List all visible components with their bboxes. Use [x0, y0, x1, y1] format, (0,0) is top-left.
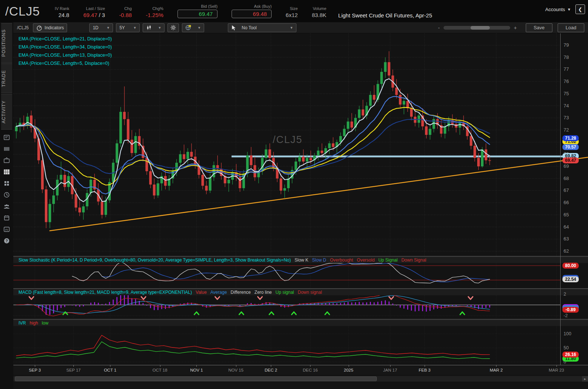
- quote-field-ask-buy-: Ask (Buy)69.48: [232, 4, 272, 18]
- quote-field-label: Volume: [313, 6, 326, 11]
- sidebar-list-icon[interactable]: [3, 145, 11, 153]
- time-axis-label: MAR 2: [490, 368, 503, 372]
- quote-field-volume: Volume83.8K: [312, 6, 326, 18]
- price-bubble: 70.57: [562, 144, 579, 150]
- quote-header: /CLJ5 IV Rank24.8Last / Size69.47 / 3Chg…: [0, 0, 588, 22]
- price-axis[interactable]: 62636465666768697071727374757677787971.0…: [560, 33, 588, 383]
- time-axis-notch: [236, 365, 236, 367]
- time-axis-notch: [35, 365, 35, 367]
- trading-app: /CLJ5 IV Rank24.8Last / Size69.47 / 3Chg…: [0, 0, 588, 389]
- time-axis-notch: [160, 365, 160, 367]
- time-axis-label: SEP 17: [66, 368, 81, 372]
- time-axis-notch: [310, 365, 310, 367]
- sidebar-help-icon[interactable]: ?: [3, 237, 11, 245]
- ema-label: EMA (Price=CLOSE, Length=5, Displace=0): [19, 59, 112, 67]
- ema-study-labels: EMA (Price=CLOSE, Length=21, Displace=0)…: [19, 35, 112, 67]
- axis-tick: 64: [564, 224, 569, 230]
- range-dropdown[interactable]: 5Y▼: [116, 23, 140, 32]
- chart-toolbar: /CLJ5 Indicators 1D▼ 5Y▼ ▼: [13, 22, 588, 33]
- zoom-slider[interactable]: [444, 26, 510, 30]
- chart-region[interactable]: EMA (Price=CLOSE, Length=21, Displace=0)…: [13, 33, 588, 389]
- horizontal-scrollbar[interactable]: ▸: [13, 376, 588, 382]
- sidebar-grid-squares-icon[interactable]: [3, 179, 11, 187]
- drawing-tool-dropdown[interactable]: No Tool ▼: [228, 23, 296, 32]
- zoom-out-button[interactable]: -: [434, 25, 444, 31]
- load-button[interactable]: Load: [558, 23, 584, 32]
- time-axis-notch: [557, 365, 557, 367]
- layout-dropdown[interactable]: ▼: [182, 23, 204, 32]
- macd-pane[interactable]: MACD (Fast length=8, Slow length=21, MAC…: [13, 289, 588, 319]
- sidebar-calendar-icon[interactable]: [3, 214, 11, 222]
- legend-item: Slow D: [312, 257, 326, 263]
- time-axis-label: 2025: [344, 368, 353, 372]
- time-axis-notch: [496, 365, 496, 367]
- chart-type-dropdown[interactable]: ▼: [143, 23, 165, 32]
- contract-title: Light Sweet Crude Oil Futures, Apr-25: [338, 12, 432, 19]
- axis-tick: 69: [564, 163, 569, 169]
- legend-item: Up Signal: [378, 257, 398, 263]
- legend-item: Down Signal: [401, 257, 426, 263]
- trendline: [49, 157, 588, 231]
- legend-item: high: [30, 320, 38, 326]
- study-label: MACD (Fast length=8, Slow length=21, MAC…: [19, 290, 192, 295]
- timeframe-dropdown[interactable]: 1D▼: [89, 23, 113, 32]
- price-pane[interactable]: EMA (Price=CLOSE, Length=21, Displace=0)…: [13, 33, 588, 256]
- time-axis-label: FEB 3: [419, 368, 431, 372]
- price-bubble: 69.47: [562, 157, 579, 163]
- save-button[interactable]: Save: [526, 23, 552, 32]
- chart-settings-button[interactable]: [167, 23, 179, 32]
- chevron-down-icon: ▼: [133, 26, 136, 30]
- sidebar-tab-positions[interactable]: POSITIONS: [1, 23, 12, 63]
- quote-field-value[interactable]: 69.47: [177, 10, 217, 18]
- sidebar-news-icon[interactable]: [3, 133, 11, 142]
- legend-item: low: [42, 320, 49, 326]
- scrollbar-thumb[interactable]: [15, 376, 377, 381]
- cursor-icon: [231, 25, 236, 31]
- sidebar-fi-icon[interactable]: FI: [3, 225, 11, 233]
- quote-fields: IV Rank24.8Last / Size69.47 / 3Chg-0.88C…: [55, 4, 340, 18]
- quote-field-iv-rank: IV Rank24.8: [55, 6, 69, 18]
- sidebar-tab-trade[interactable]: TRADE: [1, 64, 12, 93]
- quote-field-value: 83.8K: [312, 12, 326, 18]
- axis-tick: 72: [564, 127, 569, 133]
- stochastic-pane[interactable]: Slow Stochastic (K Period=14, D Period=9…: [13, 257, 588, 288]
- quote-field-value[interactable]: 69.48: [232, 10, 272, 18]
- axis-tick: 75: [564, 91, 569, 96]
- time-axis-notch: [425, 365, 425, 367]
- ivr-pane[interactable]: IVRhighlow: [13, 320, 588, 365]
- ema-label: EMA (Price=CLOSE, Length=34, Displace=0): [19, 43, 112, 51]
- axis-tick: 65: [564, 212, 569, 217]
- study-label: Slow Stochastic (K Period=14, D Period=9…: [19, 257, 291, 263]
- sidebar-tab-activity[interactable]: ACTIVITY: [1, 94, 12, 130]
- zoom-in-button[interactable]: +: [510, 25, 521, 31]
- sidebar-tv-icon[interactable]: [3, 156, 11, 164]
- legend-item: Up signal: [275, 290, 294, 295]
- accounts-label: Accounts: [545, 7, 565, 12]
- symbol-watermark: /CLJ5: [273, 134, 303, 146]
- time-axis[interactable]: SEP 3SEP 17OCT 1OCT 18NOV 1NOV 15DEC 2DE…: [13, 365, 588, 375]
- legend-item: Average: [210, 290, 227, 295]
- axis-tick: 78: [564, 54, 569, 60]
- macd-label-row: MACD (Fast length=8, Slow length=21, MAC…: [13, 289, 588, 295]
- sidebar-clock-icon[interactable]: [3, 191, 11, 199]
- indicators-button[interactable]: Indicators: [33, 23, 67, 32]
- sidebar-chart-grid-icon[interactable]: [3, 168, 11, 176]
- quote-field-value: 69.47 / 3: [83, 12, 105, 18]
- sidebar-people-icon[interactable]: [3, 202, 11, 210]
- accounts-menu[interactable]: Accounts ▼: [545, 7, 571, 12]
- candlestick-icon: [146, 25, 152, 31]
- quote-field-value: 6x12: [286, 12, 298, 18]
- quote-field-label: IV Rank: [55, 6, 69, 11]
- axis-tick: 67: [564, 187, 569, 193]
- collapse-panel-button[interactable]: ❮: [575, 4, 585, 14]
- zoom-slider-thumb[interactable]: [471, 26, 490, 30]
- svg-text:FI: FI: [5, 228, 8, 232]
- axis-tick: 77: [564, 66, 569, 72]
- legend-item: Overbought: [330, 257, 353, 263]
- quote-field-label: Bid (Sell): [201, 4, 217, 9]
- stochastic-label-row: Slow Stochastic (K Period=14, D Period=9…: [13, 257, 588, 263]
- time-axis-label: NOV 15: [228, 368, 243, 372]
- study-label: IVR: [19, 320, 26, 326]
- axis-tick: 74: [564, 103, 569, 109]
- price-bubble: 71.28: [562, 135, 579, 141]
